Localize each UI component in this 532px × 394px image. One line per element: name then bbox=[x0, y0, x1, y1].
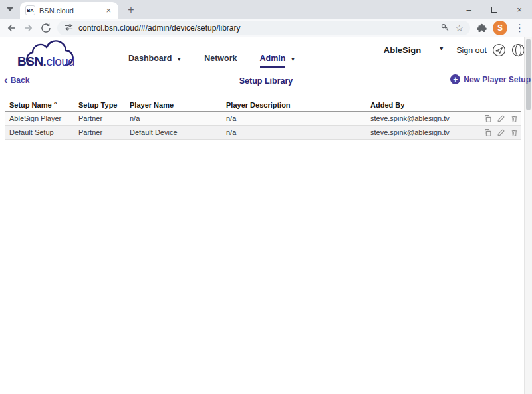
table-header-row: Setup Name^ Setup Type– Player Name Play… bbox=[5, 98, 521, 112]
url-host: control.bsn.cloud bbox=[78, 23, 139, 33]
delete-icon[interactable] bbox=[510, 114, 519, 123]
new-player-setup-button[interactable]: + New Player Setup bbox=[450, 74, 531, 84]
tab-close-icon[interactable]: × bbox=[104, 5, 113, 15]
table-row[interactable]: AbleSign Player Partner n/a n/a steve.sp… bbox=[5, 112, 521, 126]
account-name[interactable]: AbleSign bbox=[384, 45, 421, 55]
account-caret-icon[interactable]: ▼ bbox=[438, 46, 444, 54]
cell-added-by: steve.spink@ablesign.tv bbox=[366, 114, 475, 122]
col-added-by[interactable]: Added By– bbox=[366, 100, 475, 109]
reload-icon[interactable] bbox=[40, 22, 52, 34]
page-content: BSN.cloud Dashboard ▼ Network Admin ▼ Ab… bbox=[0, 37, 532, 394]
sort-asc-icon: ^ bbox=[54, 100, 57, 107]
url-text[interactable]: control.bsn.cloud/#/admin/device/setup/l… bbox=[78, 23, 436, 33]
cell-player-name: n/a bbox=[126, 114, 222, 122]
maximize-button[interactable] bbox=[481, 0, 507, 19]
new-player-setup-label: New Player Setup bbox=[464, 75, 531, 84]
cell-setup-type: Partner bbox=[74, 128, 126, 136]
admin-caret-icon[interactable]: ▼ bbox=[290, 57, 295, 65]
col-player-description[interactable]: Player Description bbox=[222, 100, 366, 109]
bsn-cloud-logo[interactable]: BSN.cloud bbox=[8, 40, 77, 72]
main-nav: Dashboard ▼ Network Admin ▼ bbox=[128, 54, 295, 68]
setup-table: Setup Name^ Setup Type– Player Name Play… bbox=[5, 98, 521, 140]
nav-dashboard[interactable]: Dashboard ▼ bbox=[128, 54, 182, 68]
copy-icon[interactable] bbox=[483, 114, 492, 123]
browser-window: BA BSN.cloud × + – × control.b bbox=[0, 0, 532, 394]
nav-admin[interactable]: Admin ▼ bbox=[260, 54, 296, 68]
window-controls: – × bbox=[456, 0, 532, 19]
sort-icon: – bbox=[119, 100, 122, 107]
app-header: BSN.cloud Dashboard ▼ Network Admin ▼ Ab… bbox=[0, 37, 532, 72]
col-setup-type[interactable]: Setup Type– bbox=[74, 100, 126, 109]
col-setup-name[interactable]: Setup Name^ bbox=[5, 100, 74, 109]
cell-setup-name: Default Setup bbox=[5, 128, 74, 136]
row-actions bbox=[475, 128, 521, 137]
nav-network[interactable]: Network bbox=[204, 54, 237, 68]
browser-tab[interactable]: BA BSN.cloud × bbox=[20, 2, 118, 19]
extensions-puzzle-icon[interactable] bbox=[475, 22, 487, 34]
close-button[interactable]: × bbox=[507, 0, 532, 19]
col-player-name[interactable]: Player Name bbox=[126, 100, 222, 109]
copy-icon[interactable] bbox=[483, 128, 492, 137]
account-area: AbleSign ▼ Sign out bbox=[384, 43, 525, 57]
edit-icon[interactable] bbox=[497, 114, 505, 123]
url-path: /#/admin/device/setup/library bbox=[139, 23, 241, 33]
tab-title: BSN.cloud bbox=[39, 7, 100, 15]
sort-icon: – bbox=[406, 100, 410, 107]
edit-icon[interactable] bbox=[497, 128, 505, 137]
nav-network-label: Network bbox=[204, 54, 237, 68]
send-icon[interactable] bbox=[492, 43, 506, 57]
cell-player-description: n/a bbox=[222, 128, 366, 136]
cell-added-by: steve.spink@ablesign.tv bbox=[366, 128, 475, 136]
browser-toolbar: control.bsn.cloud/#/admin/device/setup/l… bbox=[0, 19, 532, 37]
maximize-icon bbox=[491, 7, 497, 13]
site-info-icon[interactable] bbox=[64, 23, 74, 33]
browser-menu-icon[interactable]: ⋮ bbox=[513, 22, 527, 34]
cell-setup-name: AbleSign Player bbox=[5, 114, 74, 122]
nav-dashboard-label: Dashboard bbox=[128, 54, 172, 68]
new-tab-button[interactable]: + bbox=[124, 3, 138, 17]
logo-bsn: BSN. bbox=[17, 54, 46, 68]
profile-avatar[interactable]: S bbox=[493, 21, 507, 35]
plus-icon: + bbox=[450, 74, 460, 84]
tab-favicon: BA bbox=[25, 5, 35, 15]
logo-text: BSN.cloud bbox=[17, 54, 74, 69]
cell-player-name: Default Device bbox=[126, 128, 222, 136]
tab-strip: BA BSN.cloud × + – × bbox=[0, 0, 532, 19]
dashboard-caret-icon[interactable]: ▼ bbox=[176, 57, 182, 65]
nav-admin-label: Admin bbox=[260, 54, 286, 68]
bookmark-star-icon[interactable]: ☆ bbox=[455, 23, 464, 33]
address-bar[interactable]: control.bsn.cloud/#/admin/device/setup/l… bbox=[57, 21, 470, 35]
table-row[interactable]: Default Setup Partner Default Device n/a… bbox=[5, 126, 521, 140]
subheader: ‹ Back Setup Library + New Player Setup bbox=[0, 72, 532, 92]
logo-cloud: cloud bbox=[46, 54, 74, 68]
sign-out-link[interactable]: Sign out bbox=[456, 46, 487, 55]
minimize-button[interactable]: – bbox=[456, 0, 481, 19]
tab-search-icon[interactable] bbox=[7, 7, 13, 11]
row-actions bbox=[475, 114, 521, 123]
back-icon[interactable] bbox=[5, 22, 17, 34]
delete-icon[interactable] bbox=[510, 128, 519, 137]
passwords-key-icon[interactable] bbox=[440, 23, 450, 33]
globe-icon[interactable] bbox=[511, 43, 525, 57]
forward-icon[interactable] bbox=[23, 22, 35, 34]
cell-setup-type: Partner bbox=[74, 114, 126, 122]
cell-player-description: n/a bbox=[222, 114, 366, 122]
